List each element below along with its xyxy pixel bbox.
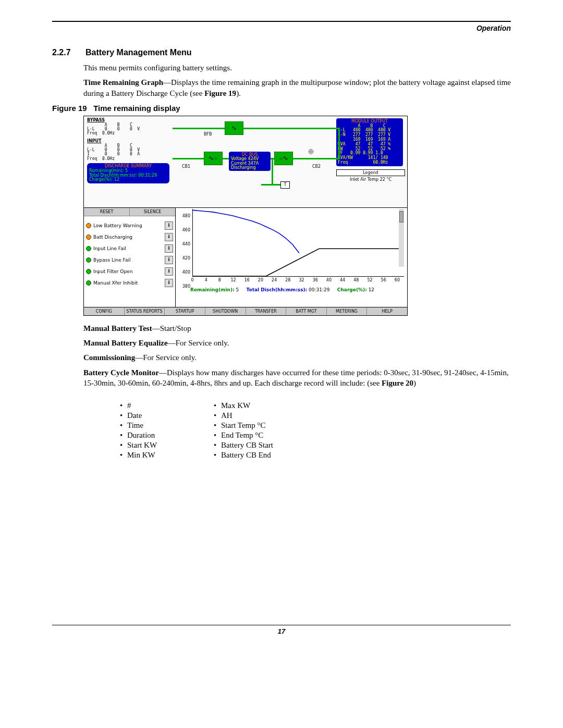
commissioning-paragraph: Commissioning—For Service only. — [83, 352, 511, 363]
list-item: AH — [214, 411, 318, 420]
list-item: Start KW — [120, 441, 193, 450]
alarm-row: Input Filter Openi — [86, 267, 173, 276]
menu-item[interactable]: METERING — [327, 307, 368, 315]
x-tick: 32 — [299, 278, 304, 282]
alarm-label: Input Line Fail — [93, 246, 165, 251]
menu-item[interactable]: HELP — [367, 307, 407, 315]
x-tick: 52 — [367, 278, 372, 282]
inverter-block: =∿ — [274, 152, 293, 165]
reset-button[interactable]: RESET — [84, 208, 130, 216]
status-dot-icon — [86, 246, 91, 251]
x-tick: 4 — [205, 278, 207, 282]
x-tick: 24 — [272, 278, 277, 282]
time-graph-paragraph: Time Remaining Graph—Displays the time r… — [83, 77, 511, 98]
alarm-panel: RESET SILENCE Low Battery WarningiBatt D… — [84, 208, 176, 307]
section-number: 2.2.7 — [52, 48, 83, 57]
x-tick: 44 — [340, 278, 345, 282]
discharge-summary-box: DISCHARGE SUMMARY Remaining(min): 5 Tota… — [87, 163, 169, 183]
list-item: Time — [120, 421, 193, 430]
x-tick: 8 — [218, 278, 221, 282]
alarm-label: Bypass Line Fail — [93, 257, 165, 263]
status-dot-icon — [86, 269, 91, 274]
time-remaining-chart: 380400420440460480 048121620242832364044… — [176, 208, 407, 307]
list-item: # — [120, 401, 193, 410]
bfb-label: BFB — [204, 132, 212, 137]
x-tick: 16 — [244, 278, 250, 282]
page-footer: 17 — [52, 625, 511, 635]
inlet-air-temp: Inlet Air Temp 22 °C — [336, 177, 405, 182]
list-item: Date — [120, 411, 193, 420]
equalize-paragraph: Manual Battery Equalize—For Service only… — [83, 338, 511, 348]
list-item: Battery CB Start — [214, 441, 318, 450]
alarm-label: Input Filter Open — [93, 269, 165, 274]
y-tick: 480 — [182, 214, 190, 218]
cb1-label: CB1 — [182, 164, 190, 169]
info-button[interactable]: i — [165, 233, 173, 241]
bottom-menubar: CONFIGSTATUS REPORTSSTARTUPSHUTDOWNTRANS… — [84, 307, 407, 315]
list-item: Start Temp °C — [214, 421, 318, 430]
time-graph-label: Time Remaining Graph — [83, 78, 163, 87]
manual-test-paragraph: Manual Battery Test—Start/Stop — [83, 323, 511, 334]
cycle-monitor-paragraph: Battery Cycle Monitor—Displays how many … — [83, 367, 511, 389]
menu-item[interactable]: STATUS REPORTS — [125, 307, 165, 315]
menu-item[interactable]: SHUTDOWN — [205, 307, 246, 315]
running-head: Operation — [52, 24, 511, 32]
status-dot-icon — [86, 257, 91, 263]
x-tick: 12 — [230, 278, 236, 282]
alarm-label: Manual Xfer Inhibit — [93, 280, 165, 286]
module-output-box: MODULE OUTPUT A B C L-L 480 480 480 V L-… — [336, 118, 403, 166]
silence-button[interactable]: SILENCE — [130, 208, 175, 216]
x-tick: 20 — [258, 278, 263, 282]
menu-item[interactable]: STARTUP — [165, 307, 205, 315]
intro-paragraph: This menu permits configuring battery se… — [83, 63, 511, 73]
info-button[interactable]: i — [165, 244, 173, 253]
bypass-switch-block: ∿ — [225, 121, 243, 135]
x-tick: 0 — [191, 278, 193, 282]
legend-button[interactable]: Legend — [336, 169, 405, 176]
status-dot-icon — [86, 235, 91, 240]
x-tick: 40 — [326, 278, 332, 282]
alarm-row: Bypass Line Faili — [86, 256, 173, 264]
info-button[interactable]: i — [165, 267, 173, 276]
alarm-row: Input Line Faili — [86, 244, 173, 253]
record-fields-list: #DateTimeDurationStart KWMin KW Max KWAH… — [99, 392, 511, 468]
battery-t-box: T — [280, 181, 290, 189]
list-item: Battery CB End — [214, 451, 318, 460]
menu-item[interactable]: TRANSFER — [246, 307, 287, 315]
rectifier-block: ∿= — [204, 152, 223, 165]
cb2-label: CB2 — [312, 164, 321, 169]
list-item: Max KW — [214, 401, 318, 410]
knob-icon: ◎ — [308, 147, 313, 155]
status-dot-icon — [86, 280, 91, 286]
y-tick: 420 — [182, 255, 190, 260]
x-tick: 60 — [395, 278, 400, 282]
ups-display-screenshot: BYPASS A B C L-L 0 0 0 V Freq 0.0Hz INPU… — [83, 116, 408, 316]
menu-item[interactable]: CONFIG — [84, 307, 125, 315]
chart-scrollbar[interactable] — [399, 209, 404, 267]
alarm-row: Batt Dischargingi — [86, 233, 173, 241]
y-tick: 460 — [182, 228, 190, 232]
x-tick: 28 — [285, 278, 290, 282]
alarm-label: Low Battery Warning — [93, 223, 165, 228]
list-item: Min KW — [120, 451, 193, 460]
y-tick: 400 — [182, 269, 190, 274]
alarm-row: Manual Xfer Inhibiti — [86, 279, 173, 287]
figure-caption: Figure 19 Time remaining display — [52, 104, 511, 113]
alarm-row: Low Battery Warningi — [86, 221, 173, 230]
x-tick: 36 — [313, 278, 318, 282]
list-item: End Temp °C — [214, 431, 318, 440]
y-tick: 440 — [182, 242, 190, 246]
alarm-label: Batt Discharging — [93, 235, 165, 240]
x-tick: 56 — [381, 278, 386, 282]
menu-item[interactable]: BATT MGT — [286, 307, 327, 315]
mimic-diagram: BYPASS A B C L-L 0 0 0 V Freq 0.0Hz INPU… — [84, 116, 407, 208]
info-button[interactable]: i — [165, 256, 173, 264]
status-dot-icon — [86, 223, 91, 228]
info-button[interactable]: i — [165, 221, 173, 230]
dc-bus-box: DC BUS Voltage 424V Current 347A Dischar… — [229, 152, 271, 171]
info-button[interactable]: i — [165, 279, 173, 287]
y-tick: 380 — [182, 283, 190, 288]
x-tick: 48 — [353, 278, 359, 282]
list-item: Duration — [120, 431, 193, 440]
section-title: Battery Management Menu — [85, 48, 192, 57]
